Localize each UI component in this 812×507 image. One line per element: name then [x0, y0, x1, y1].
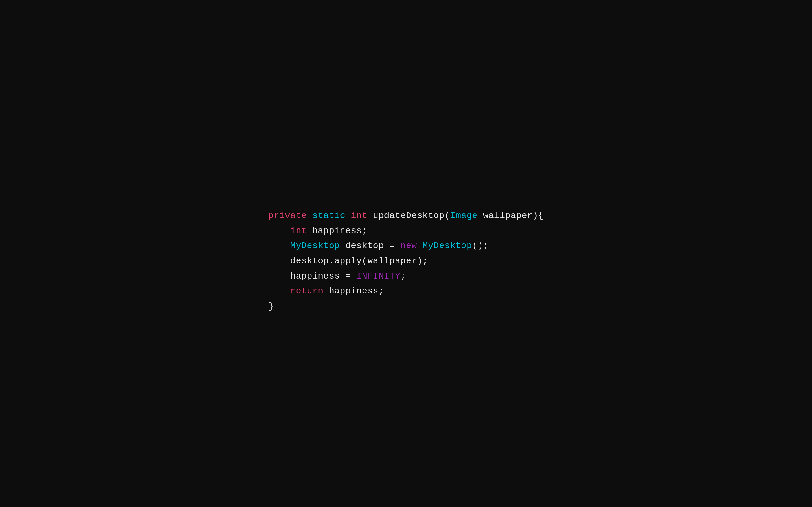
code-token — [268, 241, 290, 250]
code-token: happiness; — [323, 286, 384, 296]
code-token: static — [312, 211, 345, 221]
code-token — [268, 286, 290, 296]
code-token: desktop = — [340, 241, 401, 250]
code-token: (); — [472, 241, 489, 250]
code-token: ; — [401, 271, 406, 281]
code-token: Image — [450, 211, 478, 221]
code-token: int — [290, 226, 307, 236]
code-line: private static int updateDesktop(Image w… — [268, 208, 544, 223]
code-line: return happiness; — [268, 284, 544, 299]
code-token — [417, 241, 422, 250]
code-token: wallpaper){ — [478, 211, 544, 221]
code-line: } — [268, 299, 544, 314]
code-token: desktop.apply(wallpaper); — [268, 256, 428, 266]
code-line: int happiness; — [268, 223, 544, 239]
code-token: updateDesktop( — [367, 211, 450, 221]
code-token: happiness; — [307, 226, 367, 236]
code-token: private — [268, 211, 307, 221]
code-display: private static int updateDesktop(Image w… — [268, 193, 544, 314]
code-token — [307, 211, 312, 221]
code-token: } — [268, 301, 274, 311]
code-line: happiness = INFINITY; — [268, 269, 544, 284]
code-line: desktop.apply(wallpaper); — [268, 253, 544, 269]
code-token: return — [290, 286, 323, 296]
code-token — [268, 226, 290, 236]
code-token: happiness = — [268, 271, 357, 281]
code-line: MyDesktop desktop = new MyDesktop(); — [268, 238, 544, 253]
code-token — [345, 211, 351, 221]
code-token: INFINITY — [357, 271, 401, 281]
code-token: MyDesktop — [422, 241, 472, 250]
code-token: new — [401, 241, 417, 250]
code-token: int — [351, 211, 367, 221]
code-token: MyDesktop — [290, 241, 340, 250]
